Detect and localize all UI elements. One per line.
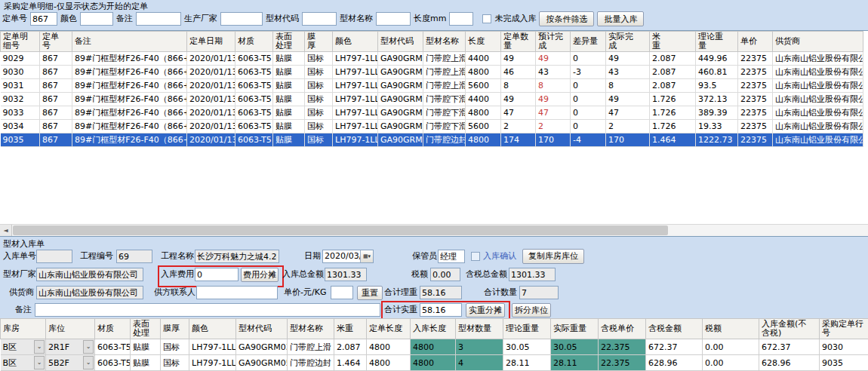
table-cell[interactable]: 8 xyxy=(606,79,650,93)
table-cell[interactable]: 8 xyxy=(536,79,571,93)
copy-location-button[interactable]: 复制库房库位 xyxy=(522,249,584,264)
table-cell[interactable]: LH797-1LL0 xyxy=(333,120,378,133)
table-cell[interactable]: LH797-1LL0 xyxy=(333,93,378,106)
table-cell[interactable]: 2.087 xyxy=(650,66,696,79)
table-cell[interactable]: 国标 xyxy=(161,339,189,355)
table-cell[interactable]: 6063-T5 xyxy=(235,133,273,147)
table-cell[interactable]: 山东南山铝业股份有限公司 xyxy=(773,106,863,120)
table-cell[interactable]: 6063-T5 xyxy=(235,52,273,66)
table-cell[interactable]: 贴膜 xyxy=(273,106,305,120)
table-cell[interactable]: GA90GRM04 xyxy=(378,120,423,133)
table-cell[interactable]: GA90GRM03 xyxy=(236,339,288,355)
table-cell[interactable]: 2 xyxy=(501,120,536,133)
table-cell[interactable]: 22375 xyxy=(738,106,773,120)
unit-price-input[interactable] xyxy=(331,286,353,299)
table-cell[interactable]: 6063-T5 xyxy=(235,79,273,93)
table-cell[interactable]: 9034 xyxy=(1,120,40,133)
table-cell[interactable]: 门带腔下滑 xyxy=(423,93,466,106)
table-cell[interactable]: 2 xyxy=(606,120,650,133)
table-cell[interactable]: 9030 xyxy=(1,66,40,79)
scrollbar-thumb[interactable] xyxy=(13,225,668,235)
table-cell[interactable]: 国标 xyxy=(305,120,333,133)
table-cell[interactable]: 门带腔上滑 xyxy=(423,66,466,79)
table-row[interactable]: 902986789#门框型材F26-F40（866+867）2020/01/13… xyxy=(1,52,863,66)
table-cell[interactable]: 0 xyxy=(571,106,606,120)
table-cell[interactable]: 6063-T5 xyxy=(235,106,273,120)
table-cell[interactable]: 1.464 xyxy=(650,133,696,147)
table-cell[interactable]: 47 xyxy=(606,106,650,120)
filter-by-condition-button[interactable]: 按条件筛选 xyxy=(539,11,594,26)
table-cell[interactable]: 贴膜 xyxy=(131,355,161,371)
table-cell[interactable]: 628.96 xyxy=(759,355,820,371)
table-cell[interactable]: 4800 xyxy=(466,133,501,147)
table-cell[interactable]: LH797-1LL0 xyxy=(189,355,236,371)
table-cell[interactable]: 30.05 xyxy=(551,339,599,355)
table-cell[interactable]: B区⌄ xyxy=(1,339,46,355)
table-cell[interactable]: 0.00 xyxy=(703,355,759,371)
table-cell[interactable]: 4 xyxy=(456,355,503,371)
table-cell[interactable]: 389.39 xyxy=(696,106,738,120)
table-cell[interactable]: 22375 xyxy=(738,120,773,133)
table-cell[interactable]: 867 xyxy=(40,106,72,120)
table-cell[interactable]: 0 xyxy=(571,52,606,66)
table-cell[interactable]: 1.726 xyxy=(650,106,696,120)
dropdown-arrow-icon[interactable]: ⌄ xyxy=(83,356,94,369)
table-cell[interactable]: 9035 xyxy=(820,355,868,371)
order-no-input[interactable] xyxy=(30,12,57,26)
table-cell[interactable]: 贴膜 xyxy=(273,52,305,66)
table-row[interactable]: 903286789#门框型材F26-F40（866+867）2020/01/13… xyxy=(1,93,863,106)
table-row[interactable]: 903186789#门框型材F26-F40（866+867）2020/01/13… xyxy=(1,79,863,93)
table-cell[interactable]: 170 xyxy=(606,133,650,147)
remark-input[interactable] xyxy=(136,12,181,26)
table-cell[interactable]: 89#门框型材F26-F40（866+867） xyxy=(72,52,187,66)
table-cell[interactable]: 9033 xyxy=(1,106,40,120)
table-cell[interactable]: 5600 xyxy=(466,79,501,93)
table-cell[interactable]: 国标 xyxy=(305,133,333,147)
table-cell[interactable]: 22375 xyxy=(738,93,773,106)
table-cell[interactable]: 门带腔边封 xyxy=(423,133,466,147)
table-cell[interactable]: 22.375 xyxy=(599,355,646,371)
table-cell[interactable]: 89#门框型材F26-F40（866+867） xyxy=(72,66,187,79)
table-cell[interactable]: 3 xyxy=(456,339,503,355)
table-cell[interactable]: 22.375 xyxy=(599,339,646,355)
table-cell[interactable]: 867 xyxy=(40,93,72,106)
table-cell[interactable]: 山东南山铝业股份有限公司 xyxy=(773,133,863,147)
table-cell[interactable]: LH797-1LL0 xyxy=(333,133,378,147)
table-cell[interactable]: 山东南山铝业股份有限公司 xyxy=(773,93,863,106)
table-cell[interactable]: 0 xyxy=(571,79,606,93)
project-no-input[interactable] xyxy=(116,250,152,263)
table-cell[interactable]: 2.087 xyxy=(650,79,696,93)
table-cell[interactable]: -4 xyxy=(571,133,606,147)
table-cell[interactable]: 山东南山铝业股份有限公司 xyxy=(773,66,863,79)
table-cell[interactable]: 门带腔上滑 xyxy=(423,52,466,66)
table-row[interactable]: B区⌄2R1F⌄6063-T5贴膜国标LH797-1LL0GA90GRM03门带… xyxy=(1,339,868,355)
table-cell[interactable]: 174 xyxy=(501,133,536,147)
table-cell[interactable]: GA90GRM05 xyxy=(378,133,423,147)
table-cell[interactable]: LH797-1LL0 xyxy=(333,66,378,79)
keeper-input[interactable] xyxy=(438,250,465,263)
calendar-dropdown-icon[interactable]: ▦▾ xyxy=(360,250,373,262)
profile-code-input[interactable] xyxy=(302,12,337,26)
table-cell[interactable]: 1.464 xyxy=(334,355,367,371)
table-cell[interactable]: 2020/01/13 xyxy=(187,79,235,93)
table-cell[interactable]: 4800 xyxy=(411,339,456,355)
table-row[interactable]: 903586789#门框型材F26-F40（866+867）2020/01/13… xyxy=(1,133,863,147)
table-cell[interactable]: 门带腔上滑 xyxy=(423,79,466,93)
actual-total-input[interactable] xyxy=(420,303,462,317)
table-cell[interactable]: 门带腔上滑 xyxy=(288,339,334,355)
table-cell[interactable]: 47 xyxy=(501,106,536,120)
table-cell[interactable]: 22375 xyxy=(738,52,773,66)
table-cell[interactable]: 19.33 xyxy=(696,120,738,133)
table-cell[interactable]: 449.96 xyxy=(696,52,738,66)
table-cell[interactable]: 门带腔下滑 xyxy=(423,106,466,120)
table-cell[interactable]: 170 xyxy=(536,133,571,147)
table-cell[interactable]: 2.087 xyxy=(650,52,696,66)
table-cell[interactable]: 867 xyxy=(40,133,72,147)
inbound-no-input[interactable] xyxy=(36,250,72,263)
table-cell[interactable]: 贴膜 xyxy=(273,66,305,79)
table-cell[interactable]: 0 xyxy=(571,120,606,133)
table-cell[interactable]: 国标 xyxy=(305,93,333,106)
table-cell[interactable]: 49 xyxy=(606,93,650,106)
table-cell[interactable]: 6063-T5 xyxy=(95,339,131,355)
table-cell[interactable]: 28.11 xyxy=(503,355,551,371)
